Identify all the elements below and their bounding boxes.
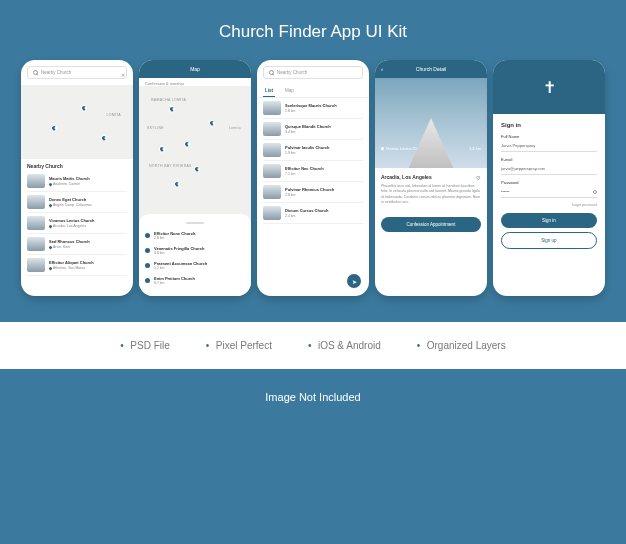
- map-label: SKYLINE: [147, 126, 164, 130]
- church-thumb: [263, 101, 281, 115]
- list-item[interactable]: Efficitur Nunc Church2.8 km: [145, 228, 245, 243]
- map-label: NORTH BAY RIVIERAS: [149, 164, 192, 168]
- church-thumb: [27, 258, 45, 272]
- list-item[interactable]: Efficitur Nec Church7.1 km: [263, 161, 363, 182]
- location-icon: [48, 182, 52, 186]
- description: Phasellus arcu nisl, bibendum id lorem i…: [381, 184, 481, 205]
- list-item[interactable]: Pulvinar Rhoncus Church2.8 km: [263, 182, 363, 203]
- list-item[interactable]: Donec Eget ChurchAngels Camp, Calaveras: [27, 192, 127, 213]
- map-pin[interactable]: [193, 165, 201, 173]
- church-name: Viverra Lectus Church: [386, 146, 426, 151]
- item-name: Efficitur Aliquet Church: [49, 260, 127, 265]
- map-pin[interactable]: [183, 140, 191, 148]
- form-title: Sign in: [501, 122, 597, 128]
- list-item[interactable]: Efficitur Aliquet ChurchAtherton, San Ma…: [27, 255, 127, 276]
- church-thumb: [27, 195, 45, 209]
- close-icon[interactable]: ✕: [121, 72, 125, 78]
- forgot-password-link[interactable]: forgot password: [501, 203, 597, 207]
- map-pin[interactable]: [173, 180, 181, 188]
- list-item[interactable]: Enim Pretium Church0.7 km: [145, 273, 245, 288]
- search-input[interactable]: Nearby Church: [27, 66, 127, 79]
- church-thumb: [263, 143, 281, 157]
- church-thumb: [263, 122, 281, 136]
- list-item[interactable]: Sed Rhoncus ChurchArvin, Kern: [27, 234, 127, 255]
- feature: Organized Layers: [417, 340, 506, 351]
- tabs: List Map: [257, 85, 369, 98]
- bottom-sheet[interactable]: Efficitur Nunc Church2.8 km Venenatis Fr…: [139, 214, 251, 296]
- list-item[interactable]: Pulvinar Iaculis Church1.9 km: [263, 140, 363, 161]
- item-name: Scelerisque Mauris Church: [285, 103, 363, 108]
- eye-icon[interactable]: [593, 190, 597, 194]
- field-label: E-mail: [501, 157, 597, 162]
- map[interactable]: LOMITA: [21, 85, 133, 159]
- email-field[interactable]: E-mail jarvis@pepperspray.com: [501, 157, 597, 175]
- list-item[interactable]: Dictum Cursus Church2.4 km: [263, 203, 363, 224]
- map-pin[interactable]: [100, 134, 108, 142]
- map-label: LOMITA: [106, 113, 121, 117]
- list-item[interactable]: Vivamus Lectus ChurchArcadia, Los Angele…: [27, 213, 127, 234]
- item-distance: 2.4 km: [285, 214, 363, 218]
- map-pin[interactable]: [158, 145, 166, 153]
- field-value[interactable]: Jarvis Pepperspray: [501, 141, 597, 152]
- search-icon: [33, 70, 38, 75]
- list-item[interactable]: Quisque Blandit Church3.4 km: [263, 119, 363, 140]
- password-field[interactable]: Password ••••••: [501, 180, 597, 198]
- item-name: Quisque Blandit Church: [285, 124, 363, 129]
- search-input[interactable]: Nearby Church: [263, 66, 363, 79]
- item-sub: Atherton, San Mateo: [49, 266, 127, 270]
- back-icon[interactable]: ‹: [381, 66, 383, 72]
- confession-button[interactable]: Confession Appointment: [381, 217, 481, 232]
- location-icon: [48, 266, 52, 270]
- location-title: Arcadia, Los Angeles: [381, 174, 432, 180]
- field-value[interactable]: jarvis@pepperspray.com: [501, 164, 597, 175]
- item-distance: 1.9 km: [285, 151, 363, 155]
- locate-fab[interactable]: ➤: [347, 274, 361, 288]
- field-label: Password: [501, 180, 597, 185]
- map-pin[interactable]: [50, 124, 58, 132]
- page-title: Church Finder App UI Kit: [0, 0, 626, 60]
- item-sub: Angels Camp, Calaveras: [49, 203, 127, 207]
- heart-icon[interactable]: ♡: [476, 175, 481, 180]
- list-item[interactable]: Mauris Mattis ChurchAnaheim, Connie: [27, 171, 127, 192]
- item-name: Pulvinar Rhoncus Church: [285, 187, 363, 192]
- signin-header: ✝: [493, 60, 605, 114]
- section-title: Nearby Church: [21, 159, 133, 171]
- item-sub: Arvin, Kern: [49, 245, 127, 249]
- list-item[interactable]: Scelerisque Mauris Church2.8 km: [263, 98, 363, 119]
- distance: 1.3 km: [469, 146, 481, 151]
- list-item[interactable]: Venenatis Fringilla Church3.8 km: [145, 243, 245, 258]
- fullname-field[interactable]: Full Name Jarvis Pepperspray: [501, 134, 597, 152]
- pin-icon: [145, 278, 150, 283]
- tab-map[interactable]: Map: [283, 85, 296, 97]
- signup-button[interactable]: Sign up: [501, 232, 597, 249]
- screen-signin: ✝ Sign in Full Name Jarvis Pepperspray E…: [493, 60, 605, 296]
- subheader: Confession & worship: [139, 78, 251, 86]
- detail-title-row: Arcadia, Los Angeles♡: [381, 174, 481, 180]
- item-distance: 2.8 km: [285, 109, 363, 113]
- location-icon: [48, 203, 52, 207]
- map-pin[interactable]: [208, 119, 216, 127]
- church-thumb: [27, 216, 45, 230]
- map-pin[interactable]: [80, 104, 88, 112]
- church-thumb: [263, 206, 281, 220]
- list-item[interactable]: Praesent Accumsan Church5.2 km: [145, 258, 245, 273]
- pin-icon: [145, 263, 150, 268]
- field-value[interactable]: ••••••: [501, 187, 597, 198]
- feature: PSD File: [120, 340, 169, 351]
- search-icon: [269, 70, 274, 75]
- feature: iOS & Android: [308, 340, 381, 351]
- signin-button[interactable]: Sign in: [501, 213, 597, 228]
- item-name: Sed Rhoncus Church: [49, 239, 127, 244]
- location-icon: [48, 245, 52, 249]
- tab-list[interactable]: List: [263, 85, 275, 97]
- item-name: Donec Eget Church: [49, 197, 127, 202]
- detail-body: Arcadia, Los Angeles♡ Phasellus arcu nis…: [375, 168, 487, 211]
- church-list: Mauris Mattis ChurchAnaheim, Connie Done…: [21, 171, 133, 276]
- item-name: Mauris Mattis Church: [49, 176, 127, 181]
- pin-icon: [145, 233, 150, 238]
- map-label: Lomita: [229, 126, 241, 130]
- map-pin[interactable]: [168, 105, 176, 113]
- sheet-handle[interactable]: [186, 222, 204, 224]
- phones-row: Nearby Church ✕ LOMITA Nearby Church Mau…: [0, 60, 626, 296]
- church-list: Scelerisque Mauris Church2.8 km Quisque …: [257, 98, 369, 224]
